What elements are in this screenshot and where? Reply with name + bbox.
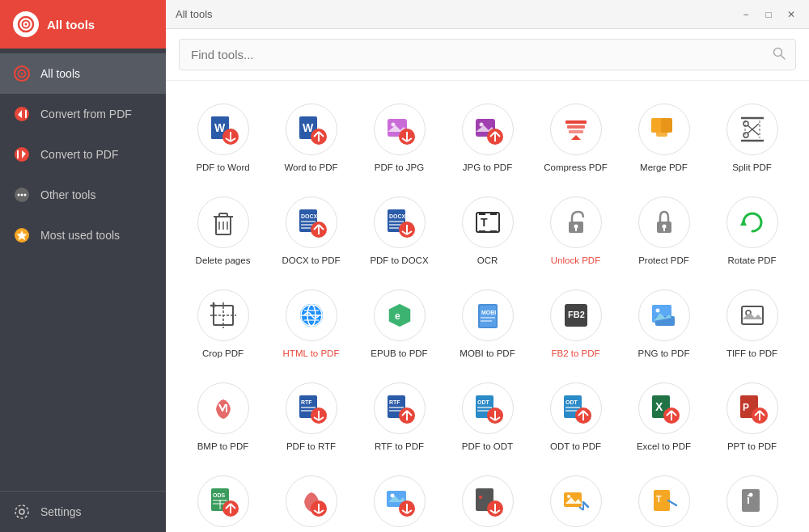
svg-marker-127 xyxy=(742,313,763,319)
tool-word-to-pdf[interactable]: W Word to PDF xyxy=(270,94,352,180)
svg-rect-92 xyxy=(490,230,497,232)
maximize-button[interactable]: □ xyxy=(760,6,777,23)
extract-images-icon xyxy=(550,475,602,527)
tool-extract-text[interactable]: T Extract text xyxy=(623,466,705,532)
crop-pdf-label: Crop PDF xyxy=(202,348,244,360)
svg-text:T: T xyxy=(656,494,662,504)
tool-odt-to-pdf[interactable]: ODT ODT to PDF xyxy=(535,373,616,459)
tool-pdf-to-word[interactable]: W PDF to Word xyxy=(182,94,264,180)
delete-pages-label: Delete pages xyxy=(196,255,251,267)
png-to-pdf-icon xyxy=(638,289,690,341)
tool-docx-to-pdf[interactable]: DOCX DOCX to PDF xyxy=(270,187,352,273)
tool-mobi-to-pdf[interactable]: MOBI MOBI to PDF xyxy=(447,280,528,366)
sidebar-logo: All tools xyxy=(0,0,166,49)
tool-pdf-to-tiff[interactable]: PDF to TIFF xyxy=(447,466,528,532)
svg-point-124 xyxy=(655,308,659,312)
tool-png-to-pdf[interactable]: PNG to PDF xyxy=(623,280,705,366)
svg-rect-115 xyxy=(480,306,496,327)
extract-text-icon: T xyxy=(638,475,690,527)
unlock-pdf-icon xyxy=(550,196,602,248)
tool-pdf-to-png[interactable]: PDF to PNG xyxy=(358,466,440,532)
tool-pdf-to-rtf[interactable]: RTF PDF to RTF xyxy=(270,373,352,459)
tool-tiff-to-pdf[interactable]: TIFF to PDF xyxy=(711,280,793,366)
pdf-to-docx-icon: DOCX xyxy=(374,196,426,248)
pdf-to-docx-label: PDF to DOCX xyxy=(370,255,428,267)
sidebar-logo-title: All tools xyxy=(47,18,95,32)
svg-line-21 xyxy=(781,55,786,59)
tool-fb2-to-pdf[interactable]: FB2 FB2 to PDF xyxy=(535,280,616,366)
docx-to-pdf-label: DOCX to PDF xyxy=(282,255,340,267)
svg-marker-99 xyxy=(740,219,747,226)
other-tools-icon xyxy=(13,186,31,204)
sidebar-item-other-tools[interactable]: Other tools xyxy=(0,175,166,215)
tool-crop-pdf[interactable]: Crop PDF xyxy=(182,280,264,366)
pdf-to-bmp-icon xyxy=(286,475,337,527)
excel-to-pdf-label: Excel to PDF xyxy=(637,441,691,453)
tool-pdf-to-bmp[interactable]: PDF to BMP xyxy=(270,466,352,532)
sidebar-item-convert-from-pdf[interactable]: Convert from PDF xyxy=(0,94,166,134)
svg-text:e: e xyxy=(395,310,400,322)
tool-pdf-to-docx[interactable]: DOCX PDF to DOCX xyxy=(358,187,440,273)
pdf-to-word-icon: W xyxy=(197,103,249,155)
jpg-to-pdf-icon xyxy=(462,103,514,155)
search-input[interactable] xyxy=(180,40,763,70)
sidebar-item-all-tools[interactable]: All tools xyxy=(0,53,166,94)
tool-delete-pages[interactable]: Delete pages xyxy=(182,187,264,273)
tool-split-pdf[interactable]: Split PDF xyxy=(711,94,793,180)
svg-text:ODS: ODS xyxy=(213,492,226,498)
tool-protect-pdf[interactable]: Protect PDF xyxy=(623,187,705,273)
ods-to-pdf-icon: ODS xyxy=(197,475,249,527)
svg-rect-90 xyxy=(490,213,497,215)
pdf-to-tiff-icon xyxy=(462,475,514,527)
tiff-to-pdf-icon xyxy=(726,289,778,341)
minimize-button[interactable]: − xyxy=(738,6,754,23)
tool-excel-to-pdf[interactable]: X Excel to PDF xyxy=(623,373,705,459)
svg-point-94 xyxy=(574,224,578,228)
tool-compress-pdf[interactable]: Compress PDF xyxy=(535,94,616,180)
tool-jpg-to-pdf[interactable]: JPG to PDF xyxy=(447,94,528,180)
rtf-to-pdf-icon: RTF xyxy=(374,382,426,434)
tool-ods-to-pdf[interactable]: ODS ODS to PDF xyxy=(182,466,264,532)
split-pdf-label: Split PDF xyxy=(732,162,772,174)
tool-bmp-to-pdf[interactable]: BMP to PDF xyxy=(182,373,264,459)
svg-text:ODT: ODT xyxy=(477,399,490,405)
tool-pdf-to-jpg[interactable]: PDF to JPG xyxy=(358,94,440,180)
protect-pdf-icon xyxy=(638,196,690,248)
tool-unlock-pdf[interactable]: Unlock PDF xyxy=(535,187,616,273)
tool-extract-images[interactable]: Extract images xyxy=(535,466,616,532)
all-tools-icon xyxy=(13,65,31,82)
settings-item[interactable]: Settings xyxy=(13,503,153,521)
tool-html-to-pdf[interactable]: HTML to PDF xyxy=(270,280,352,366)
svg-rect-89 xyxy=(479,213,485,215)
tool-rotate-pdf[interactable]: Rotate PDF xyxy=(711,187,793,273)
most-used-tools-icon xyxy=(13,226,31,244)
pdf-to-rtf-icon: RTF xyxy=(286,382,337,434)
tool-rtf-to-pdf[interactable]: RTF RTF to PDF xyxy=(358,373,440,459)
svg-point-201 xyxy=(567,495,570,498)
sidebar-item-convert-to-pdf[interactable]: Convert to PDF xyxy=(0,134,166,175)
svg-rect-55 xyxy=(661,118,672,133)
svg-text:ODT: ODT xyxy=(565,399,578,405)
sidebar-item-most-used-tools[interactable]: Most used tools xyxy=(0,215,166,255)
tools-area: W PDF to Word W xyxy=(166,81,809,532)
svg-point-36 xyxy=(391,123,395,127)
tools-grid: W PDF to Word W xyxy=(182,94,793,532)
search-bar xyxy=(166,29,809,81)
svg-text:X: X xyxy=(655,400,663,413)
sidebar-item-convert-from-pdf-label: Convert from PDF xyxy=(40,108,132,120)
svg-line-61 xyxy=(748,125,759,135)
rtf-to-pdf-label: RTF to PDF xyxy=(375,441,424,453)
odt-to-pdf-label: ODT to PDF xyxy=(550,441,601,453)
tool-ocr[interactable]: T OCR xyxy=(447,187,528,273)
tool-ppt-to-pdf[interactable]: P PPT to PDF xyxy=(711,373,793,459)
tool-edit-metadata[interactable]: i Edit metadata xyxy=(711,466,793,532)
pdf-to-word-label: PDF to Word xyxy=(196,162,249,174)
close-button[interactable]: ✕ xyxy=(783,6,799,23)
sidebar-footer: Settings xyxy=(0,491,166,532)
tool-epub-to-pdf[interactable]: e EPUB to PDF xyxy=(358,280,440,366)
html-to-pdf-label: HTML to PDF xyxy=(283,348,340,360)
tool-merge-pdf[interactable]: Merge PDF xyxy=(623,94,705,180)
svg-text:DOCX: DOCX xyxy=(389,213,406,219)
tool-pdf-to-odt[interactable]: ODT PDF to ODT xyxy=(447,373,528,459)
fb2-to-pdf-icon: FB2 xyxy=(550,289,602,341)
